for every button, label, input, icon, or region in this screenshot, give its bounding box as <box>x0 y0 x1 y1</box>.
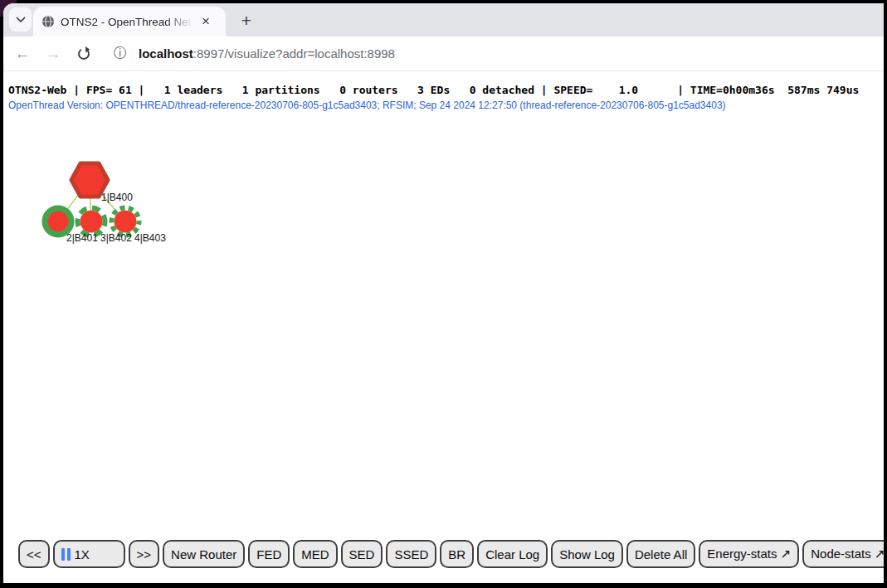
speed-label: 1X <box>75 547 90 561</box>
node-label: 3|B402 <box>100 232 132 244</box>
new-router-button[interactable]: New Router <box>163 540 245 568</box>
node-label: 1|B400 <box>101 192 133 203</box>
show-log-button[interactable]: Show Log <box>551 540 623 568</box>
energy-stats-button[interactable]: Energy-stats ↗ <box>699 540 799 568</box>
tab-search-button[interactable] <box>9 7 32 32</box>
node-ed-solid-ring[interactable] <box>45 208 71 235</box>
browser-tab[interactable]: OTNS2 - OpenThread Network Simulator × <box>33 7 226 36</box>
node-ed-dashed-ring[interactable] <box>78 208 105 236</box>
reload-icon[interactable] <box>76 46 92 62</box>
chevron-down-icon <box>16 13 26 26</box>
forward-icon[interactable]: → <box>45 45 61 63</box>
slow-down-button[interactable]: << <box>18 540 50 568</box>
br-button[interactable]: BR <box>440 540 474 568</box>
new-tab-button[interactable]: + <box>236 10 257 32</box>
url-host: localhost <box>139 46 193 61</box>
address-bar: ← → ⓘ localhost:8997/visualize?addr=loca… <box>3 36 884 71</box>
network-canvas: 1|B400 2|B401 3|B402 4|B403 <box>3 111 236 260</box>
speed-button[interactable]: 1X <box>53 540 125 568</box>
fed-button[interactable]: FED <box>248 540 290 568</box>
globe-icon <box>41 15 55 28</box>
node-label: 2|B401 <box>66 232 98 244</box>
ssed-button[interactable]: SSED <box>386 540 436 568</box>
simulation-status-text: OTNS2-Web | FPS= 61 | 1 leaders 1 partit… <box>8 84 859 96</box>
sed-button[interactable]: SED <box>341 540 383 568</box>
openthread-version-text: OpenThread Version: OPENTHREAD/thread-re… <box>8 100 726 111</box>
delete-all-button[interactable]: Delete All <box>626 540 695 568</box>
tab-title: OTNS2 - OpenThread Network Simulator <box>61 16 195 28</box>
site-info-icon[interactable]: ⓘ <box>114 45 127 62</box>
tab-close-icon[interactable]: × <box>202 15 210 28</box>
pause-icon <box>61 548 71 561</box>
url-path: :8997/visualize?addr=localhost:8998 <box>193 46 395 61</box>
clear-log-button[interactable]: Clear Log <box>477 540 548 568</box>
node-ed-fine-dashed-ring[interactable] <box>112 208 139 236</box>
page-content: OTNS2-Web | FPS= 61 | 1 leaders 1 partit… <box>3 71 884 583</box>
tab-bar: OTNS2 - OpenThread Network Simulator × + <box>3 3 884 36</box>
node-stats-button[interactable]: Node-stats ↗ <box>802 540 884 568</box>
back-icon[interactable]: ← <box>14 45 31 63</box>
browser-window: OTNS2 - OpenThread Network Simulator × +… <box>3 3 884 583</box>
url-bar[interactable]: localhost:8997/visualize?addr=localhost:… <box>139 46 395 61</box>
med-button[interactable]: MED <box>293 540 337 568</box>
node-label: 4|B403 <box>134 232 166 244</box>
toolbar: << 1X >> New Router FED MED SED SSED BR … <box>18 540 884 568</box>
speed-up-button[interactable]: >> <box>129 540 160 568</box>
